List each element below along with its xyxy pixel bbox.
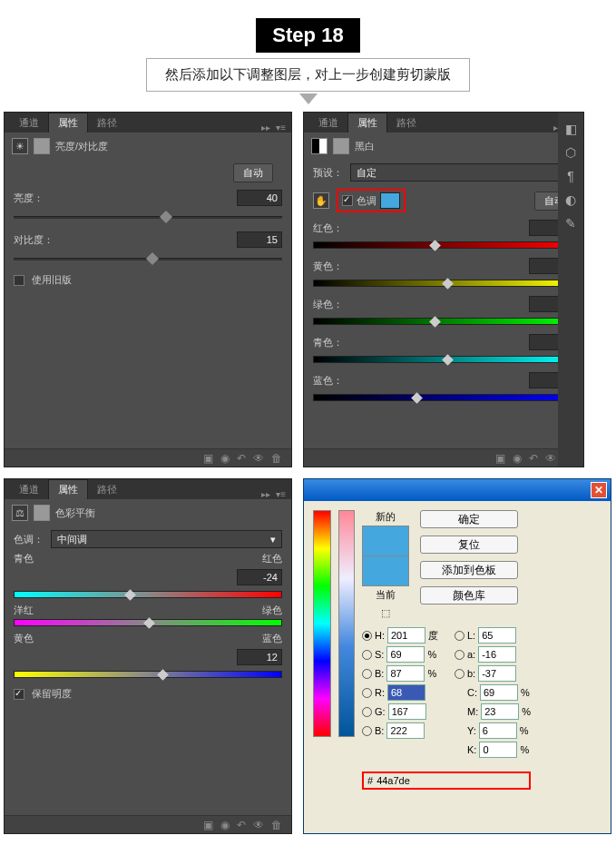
g-input[interactable]: 167 (388, 703, 426, 720)
char-icon[interactable]: ¶ (567, 169, 574, 183)
mg-slider[interactable] (14, 619, 282, 626)
r-label: R: (375, 687, 385, 698)
r-input[interactable]: 68 (387, 684, 425, 701)
clip-icon[interactable]: ▣ (203, 819, 213, 831)
legacy-checkbox[interactable] (14, 275, 24, 286)
brightness-slider[interactable] (14, 211, 282, 222)
auto-button[interactable]: 自动 (233, 163, 273, 182)
contrast-value[interactable]: 15 (237, 231, 282, 248)
b-radio[interactable] (362, 669, 372, 679)
spectrum-strip[interactable] (313, 510, 331, 737)
a-input[interactable]: -16 (478, 646, 516, 663)
yb-slider[interactable] (14, 671, 282, 678)
tone-select[interactable]: 中间调▾ (51, 530, 282, 548)
reset-icon[interactable]: ↶ (529, 452, 538, 465)
h-input[interactable]: 201 (387, 627, 425, 644)
tab-paths[interactable]: 路径 (88, 113, 126, 133)
color-picker-dialog: ✕ 新的 当前 ⬚ 确定 复位 添加到色板 (303, 478, 611, 834)
color-libs-button[interactable]: 颜色库 (420, 586, 518, 604)
panel-title: 亮度/对比度 (55, 140, 108, 153)
h-radio[interactable] (362, 631, 372, 641)
cr-slider[interactable] (14, 591, 282, 598)
close-button[interactable]: ✕ (591, 482, 607, 498)
step-badge: Step 18 (256, 18, 359, 53)
red-slider[interactable] (313, 241, 574, 249)
c-input[interactable]: 69 (480, 684, 518, 701)
trash-icon[interactable]: 🗑 (271, 819, 282, 831)
trash-icon[interactable]: 🗑 (271, 452, 282, 465)
tab-channel[interactable]: 通道 (10, 480, 48, 499)
clip-icon[interactable]: ▣ (203, 452, 213, 465)
cyan-slider[interactable] (313, 356, 574, 363)
preset-select[interactable]: 自定≑ (350, 163, 574, 182)
adjust-icon[interactable]: ◐ (565, 192, 576, 207)
preserve-checkbox[interactable] (14, 689, 24, 700)
b-input[interactable]: 87 (386, 665, 425, 682)
eye-icon[interactable]: 👁 (253, 819, 264, 831)
hex-input[interactable]: 44a7de (376, 775, 476, 786)
mask-icon[interactable] (333, 138, 349, 154)
green-label: 绿色： (313, 298, 363, 311)
reset-icon[interactable]: ↶ (237, 452, 246, 465)
panel-title: 黑白 (355, 140, 375, 153)
blue-slider[interactable] (313, 394, 574, 401)
blue-label: 蓝色 (262, 632, 282, 645)
swatches-icon[interactable]: ◧ (565, 122, 577, 136)
add-swatch-button[interactable]: 添加到色板 (420, 561, 518, 579)
lab-b-radio[interactable] (455, 669, 464, 679)
k-input[interactable]: 0 (479, 742, 517, 758)
color-field[interactable] (338, 510, 355, 737)
l-input[interactable]: 65 (478, 627, 516, 644)
tint-swatch[interactable] (380, 192, 400, 209)
bc-radio[interactable] (362, 726, 372, 736)
brush-icon[interactable]: ✎ (565, 216, 576, 231)
l-radio[interactable] (455, 631, 464, 641)
hand-icon[interactable]: ✋ (313, 192, 329, 209)
red-label: 红色 (262, 552, 282, 565)
cube-icon[interactable]: ⬚ (381, 607, 390, 619)
s-radio[interactable] (362, 650, 372, 660)
r-radio[interactable] (362, 688, 372, 698)
m-input[interactable]: 23 (481, 703, 519, 720)
menu-icon[interactable]: ▾≡ (276, 123, 286, 133)
view-icon[interactable]: ◉ (513, 452, 522, 465)
collapse-icon[interactable]: ▸▸ (261, 123, 270, 133)
ok-button[interactable]: 确定 (420, 510, 518, 528)
eye-icon[interactable]: 👁 (545, 452, 556, 465)
tab-paths[interactable]: 路径 (88, 480, 126, 499)
s-input[interactable]: 69 (386, 646, 425, 663)
g-label: G: (375, 706, 386, 717)
g-radio[interactable] (362, 707, 372, 717)
tab-paths[interactable]: 路径 (387, 113, 425, 133)
view-icon[interactable]: ◉ (220, 452, 230, 465)
mask-icon[interactable] (34, 138, 50, 154)
brightness-value[interactable]: 40 (237, 190, 282, 206)
contrast-slider[interactable] (14, 253, 282, 264)
eye-icon[interactable]: 👁 (253, 452, 264, 465)
tab-channel[interactable]: 通道 (10, 113, 48, 133)
tab-channel[interactable]: 通道 (309, 113, 347, 133)
k-unit: % (520, 744, 529, 755)
green-slider[interactable] (313, 318, 574, 325)
blue-label: 蓝色： (313, 374, 363, 388)
y-input[interactable]: 6 (479, 722, 517, 739)
mask-icon[interactable] (34, 505, 50, 521)
tint-checkbox[interactable] (342, 195, 353, 206)
view-icon[interactable]: ◉ (220, 819, 230, 831)
clip-icon[interactable]: ▣ (495, 452, 505, 465)
collapse-icon[interactable]: ▸▸ (261, 489, 270, 499)
a-radio[interactable] (455, 650, 464, 660)
menu-icon[interactable]: ▾≡ (276, 489, 286, 499)
s-unit: % (427, 649, 436, 660)
tab-properties[interactable]: 属性 (48, 479, 88, 499)
tab-properties[interactable]: 属性 (347, 113, 387, 133)
lab-b-input[interactable]: -37 (478, 665, 516, 682)
tab-properties[interactable]: 属性 (48, 113, 88, 133)
cube-icon[interactable]: ⬡ (565, 145, 576, 160)
yellow-slider[interactable] (313, 280, 574, 287)
reset-button[interactable]: 复位 (420, 536, 518, 554)
cb-val1[interactable]: -24 (237, 569, 282, 585)
cb-val3[interactable]: 12 (237, 649, 282, 665)
bc-input[interactable]: 222 (386, 722, 425, 739)
reset-icon[interactable]: ↶ (237, 819, 246, 831)
